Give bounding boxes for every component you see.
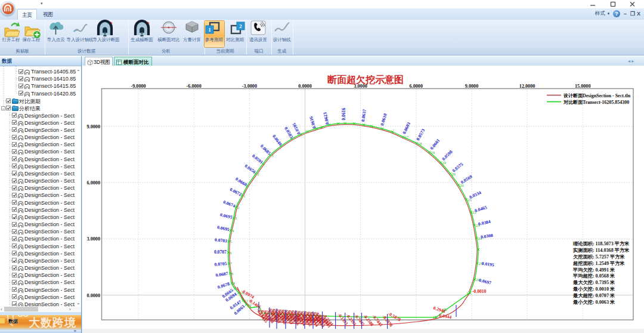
svg-text:平均欠挖: 0.4991 米: 平均欠挖: 0.4991 米 — [572, 267, 615, 273]
svg-text:3: 3 — [271, 153, 273, 158]
svg-text:9: 9 — [233, 281, 235, 285]
svg-text:2: 2 — [239, 23, 242, 29]
svg-text:最小欠挖: 0.0010 米: 最小欠挖: 0.0010 米 — [572, 286, 615, 292]
svg-text:9.0000: 9.0000 — [86, 124, 100, 130]
svg-text:2: 2 — [257, 172, 259, 176]
svg-text:断面超欠挖示意图: 断面超欠挖示意图 — [327, 75, 404, 85]
svg-text:6.0000: 6.0000 — [410, 84, 423, 89]
svg-text:1: 1 — [243, 194, 245, 198]
svg-text:理论面积: 118.5073 平方米: 理论面积: 118.5073 平方米 — [572, 240, 630, 246]
svg-text:超挖面积: 1.2549 平方米: 超挖面积: 1.2549 平方米 — [572, 260, 625, 266]
svg-text:-0.0010: -0.0010 — [472, 289, 487, 294]
svg-text:2: 2 — [237, 205, 239, 209]
svg-text:9.0000: 9.0000 — [465, 84, 479, 89]
svg-text:8: 8 — [231, 272, 233, 276]
svg-text:0.0705: 0.0705 — [214, 261, 227, 267]
svg-text:15.0000: 15.0000 — [575, 84, 591, 89]
svg-text:欠挖面积: 5.7257 平方米: 欠挖面积: 5.7257 平方米 — [572, 254, 625, 260]
svg-text:0.0707: 0.0707 — [214, 249, 227, 255]
svg-text:3: 3 — [235, 216, 237, 220]
svg-text:最大欠挖: 0.7395 米: 最大欠挖: 0.7395 米 — [572, 279, 615, 285]
svg-text:6.0000: 6.0000 — [86, 180, 100, 186]
svg-text:对比断面Transect-16205.854300: 对比断面Transect-16205.854300 — [563, 100, 629, 105]
svg-text:-3.0000: -3.0000 — [242, 84, 257, 89]
svg-text:5: 5 — [230, 239, 232, 243]
svg-text:-6.0000: -6.0000 — [187, 84, 202, 89]
svg-text:0.0616: 0.0616 — [341, 108, 346, 121]
svg-text:17: 17 — [405, 135, 409, 139]
svg-text:0.0000: 0.0000 — [86, 293, 100, 298]
svg-text:最小欠挖: 0.0063 米: 最小欠挖: 0.0063 米 — [572, 300, 615, 305]
svg-text:18: 18 — [418, 141, 422, 146]
svg-text:实测面积: 114.0368 平方米: 实测面积: 114.0368 平方米 — [573, 247, 630, 253]
svg-text:平均超挖: 0.0568 米: 平均超挖: 0.0568 米 — [572, 273, 615, 279]
svg-text:最大超挖: 0.0707 米: 最大超挖: 0.0707 米 — [572, 292, 615, 298]
svg-text:12.0000: 12.0000 — [519, 84, 535, 89]
svg-text:3.0000: 3.0000 — [86, 236, 100, 242]
svg-text:0.0000: 0.0000 — [298, 84, 312, 89]
svg-text:设计断面DesignSection - Sect.tln: 设计断面DesignSection - Sect.tln — [563, 93, 631, 98]
svg-text:14: 14 — [466, 291, 470, 295]
svg-text:-9.0000: -9.0000 — [131, 84, 145, 89]
svg-text:16: 16 — [433, 315, 437, 319]
svg-text:11: 11 — [244, 298, 248, 303]
svg-text:1: 1 — [208, 27, 211, 33]
